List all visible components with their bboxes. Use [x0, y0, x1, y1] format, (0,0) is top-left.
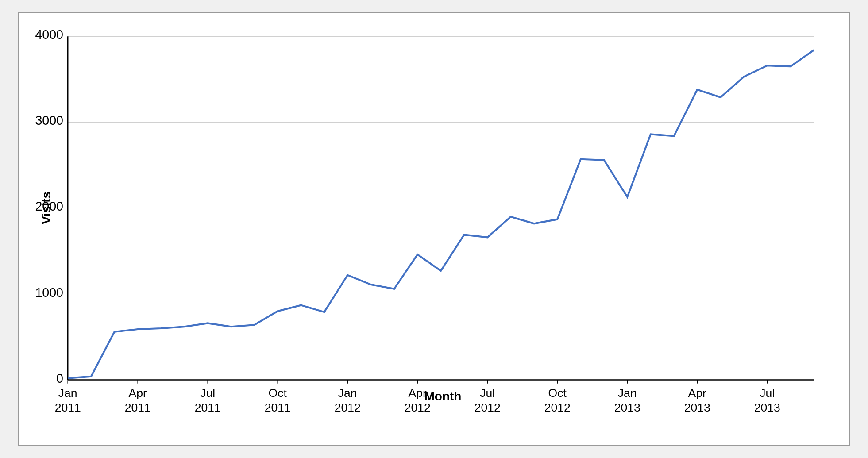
svg-text:3000: 3000: [35, 113, 63, 127]
svg-text:Jan: Jan: [338, 386, 357, 400]
svg-text:2012: 2012: [404, 400, 430, 414]
svg-text:1000: 1000: [35, 285, 63, 299]
chart-container: Visits 01000200030004000Jan2011Apr2011Ju…: [18, 12, 850, 446]
svg-text:Apr: Apr: [688, 386, 706, 400]
svg-text:Jul: Jul: [480, 386, 495, 400]
svg-text:2011: 2011: [54, 400, 81, 414]
svg-text:2011: 2011: [264, 400, 290, 414]
svg-text:Jul: Jul: [200, 386, 215, 400]
svg-text:2012: 2012: [544, 400, 570, 414]
svg-text:Jul: Jul: [760, 386, 775, 400]
svg-text:Jan: Jan: [617, 386, 637, 400]
svg-text:2013: 2013: [614, 400, 640, 414]
svg-text:Oct: Oct: [548, 386, 567, 400]
chart-svg: 01000200030004000Jan2011Apr2011Jul2011Oc…: [63, 31, 823, 385]
svg-text:Apr: Apr: [128, 386, 147, 400]
svg-text:2012: 2012: [474, 400, 500, 414]
svg-text:4000: 4000: [35, 27, 63, 42]
y-axis-label: Visits: [39, 192, 54, 224]
svg-text:0: 0: [56, 371, 63, 385]
svg-text:2013: 2013: [684, 400, 710, 414]
svg-text:Jan: Jan: [58, 386, 77, 400]
svg-text:Oct: Oct: [268, 386, 287, 400]
chart-area: Visits 01000200030004000Jan2011Apr2011Ju…: [63, 31, 823, 385]
svg-text:2011: 2011: [124, 400, 150, 414]
svg-text:2012: 2012: [334, 400, 360, 414]
svg-text:2011: 2011: [194, 400, 220, 414]
svg-text:2013: 2013: [754, 400, 780, 414]
svg-text:Apr: Apr: [408, 386, 426, 400]
